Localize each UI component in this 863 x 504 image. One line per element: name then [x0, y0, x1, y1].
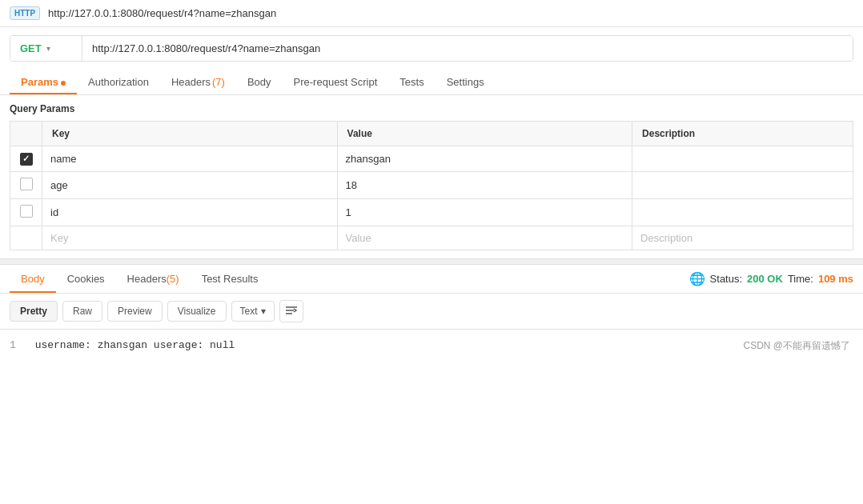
resp-tab-test-results[interactable]: Test Results — [191, 265, 270, 293]
status-info: 🌐 Status: 200 OK Time: 109 ms — [689, 271, 853, 286]
headers-count: (7) — [212, 76, 225, 88]
params-dot — [61, 81, 66, 86]
table-row-placeholder: Key Value Description — [10, 226, 853, 250]
resp-tab-body[interactable]: Body — [10, 265, 56, 293]
resp-headers-count: (5) — [167, 273, 179, 285]
address-bar: HTTP http://127.0.0.1:8080/request/r4?na… — [0, 0, 863, 27]
response-body: 1 username: zhansgan userage: null — [0, 330, 863, 361]
address-url: http://127.0.0.1:8080/request/r4?name=zh… — [48, 7, 276, 19]
watermark: CSDN @不能再留遗憾了 — [743, 339, 850, 353]
resp-tab-headers[interactable]: Headers(5) — [116, 265, 191, 293]
param-value[interactable]: 1 — [337, 198, 632, 226]
request-section: GET ▾ Params Authorization Headers(7) Bo… — [0, 27, 863, 95]
format-visualize-button[interactable]: Visualize — [167, 301, 227, 322]
param-key[interactable]: name — [42, 146, 338, 172]
checkbox-cell-empty — [10, 226, 42, 250]
wrap-button[interactable] — [279, 300, 303, 322]
param-value[interactable]: zhansgan — [337, 146, 632, 172]
response-content: username: zhansgan userage: null — [35, 339, 235, 351]
checkbox-cell[interactable] — [10, 146, 42, 172]
tab-pre-request[interactable]: Pre-request Script — [283, 70, 389, 94]
format-pretty-button[interactable]: Pretty — [10, 301, 58, 322]
format-preview-button[interactable]: Preview — [107, 301, 163, 322]
col-checkbox — [10, 122, 42, 146]
method-selector[interactable]: GET ▾ — [10, 36, 82, 61]
url-input[interactable] — [82, 36, 853, 61]
status-value: 200 OK — [747, 273, 783, 285]
tab-tests[interactable]: Tests — [388, 70, 435, 94]
query-params-section: Query Params Key Value Description name … — [0, 95, 863, 258]
line-number: 1 — [10, 339, 16, 351]
http-badge: HTTP — [10, 6, 40, 20]
time-value: 109 ms — [818, 273, 853, 285]
globe-icon: 🌐 — [689, 271, 705, 286]
param-description[interactable] — [632, 198, 853, 226]
text-format-dropdown[interactable]: Text ▾ — [231, 301, 275, 322]
param-key[interactable]: age — [42, 171, 338, 198]
col-key: Key — [42, 122, 338, 146]
col-description: Description — [632, 122, 853, 146]
tab-settings[interactable]: Settings — [436, 70, 496, 94]
col-value: Value — [337, 122, 632, 146]
params-table: Key Value Description name zhansgan age … — [10, 121, 853, 250]
checkbox-cell[interactable] — [10, 198, 42, 226]
param-description-placeholder[interactable]: Description — [632, 226, 853, 250]
chevron-down-icon: ▾ — [46, 44, 50, 53]
table-row: id 1 — [10, 198, 853, 226]
param-key-placeholder[interactable]: Key — [42, 226, 338, 250]
response-toolbar: Pretty Raw Preview Visualize Text ▾ — [0, 294, 863, 330]
section-divider — [0, 258, 863, 265]
method-url-row: GET ▾ — [10, 35, 853, 62]
tab-headers[interactable]: Headers(7) — [160, 70, 236, 94]
status-label: Status: — [710, 273, 742, 285]
checkbox-unchecked[interactable] — [20, 178, 33, 190]
table-row: name zhansgan — [10, 146, 853, 172]
param-value-placeholder[interactable]: Value — [337, 226, 632, 250]
resp-tab-cookies[interactable]: Cookies — [56, 265, 116, 293]
response-section: Body Cookies Headers(5) Test Results 🌐 S… — [0, 265, 863, 361]
method-label: GET — [20, 42, 42, 54]
checkbox-unchecked[interactable] — [20, 205, 33, 218]
table-row: age 18 — [10, 171, 853, 198]
query-params-title: Query Params — [10, 103, 853, 114]
checkbox-cell[interactable] — [10, 171, 42, 198]
param-description[interactable] — [632, 171, 853, 198]
request-tabs: Params Authorization Headers(7) Body Pre… — [10, 70, 853, 94]
param-value[interactable]: 18 — [337, 171, 632, 198]
checkbox-checked[interactable] — [20, 153, 33, 166]
time-label: Time: — [788, 273, 813, 285]
response-tabs-row: Body Cookies Headers(5) Test Results 🌐 S… — [0, 265, 863, 294]
chevron-down-icon: ▾ — [261, 306, 266, 317]
format-raw-button[interactable]: Raw — [62, 301, 102, 322]
tab-params[interactable]: Params — [10, 70, 77, 94]
tab-body[interactable]: Body — [236, 70, 283, 94]
response-line: 1 username: zhansgan userage: null — [10, 338, 853, 353]
param-description[interactable] — [632, 146, 853, 172]
tab-authorization[interactable]: Authorization — [77, 70, 160, 94]
param-key[interactable]: id — [42, 198, 338, 226]
